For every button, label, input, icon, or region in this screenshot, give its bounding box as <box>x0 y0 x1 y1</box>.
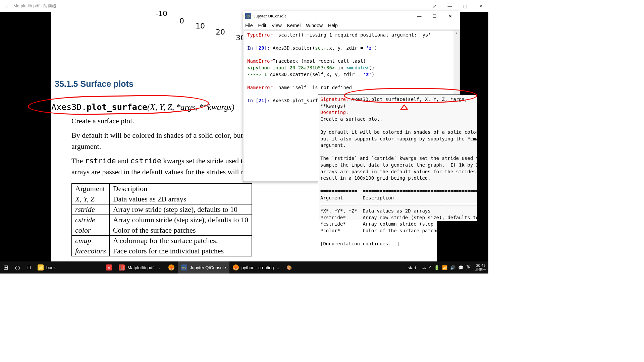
jupyter-icon: IP[y]: <box>245 13 251 19</box>
scroll-up-icon[interactable]: ▴ <box>453 31 459 36</box>
taskbar-clock[interactable]: 20:43 星期一 <box>473 263 488 272</box>
volume-icon[interactable]: 🔊 <box>450 265 455 270</box>
taskbar-item-firefox2[interactable]: 🦊python - creating … <box>229 261 283 274</box>
maximize-icon[interactable]: ▢ <box>458 0 473 12</box>
minimize-icon[interactable]: — <box>412 11 427 21</box>
taskbar-item-qtconsole[interactable]: IPyJupyter QtConsole <box>178 261 229 274</box>
axis-tick: -10 <box>155 9 167 18</box>
menu-help[interactable]: Help <box>328 23 338 28</box>
axis-tick: 0 <box>179 17 184 25</box>
docstring-body: Create a surface plot. By default it wil… <box>320 116 475 247</box>
system-tray[interactable]: ︽ ^ 🔋 📶 🔊 💬 英 <box>420 264 473 270</box>
notification-icon[interactable]: 💬 <box>458 265 464 270</box>
battery-icon[interactable]: 🔋 <box>434 265 439 270</box>
taskbar-item-vivaldi[interactable]: V <box>103 261 115 274</box>
start-button[interactable]: ⊞ <box>0 261 12 274</box>
network-icon[interactable]: 📶 <box>442 265 447 270</box>
task-view-icon[interactable]: ❐ <box>23 261 34 274</box>
taskbar-item-pdf[interactable]: 📕Matplotlib.pdf - … <box>115 261 165 274</box>
axis-tick: 20 <box>216 28 225 36</box>
menu-file[interactable]: File <box>245 23 253 28</box>
hamburger-icon[interactable]: ≡ <box>0 3 13 10</box>
signature-tooltip: Signature: Axes3D.plot_surface(self, X, … <box>318 95 478 221</box>
taskbar-item-book[interactable]: 📁book <box>34 261 59 274</box>
fullscreen-icon[interactable]: ⤢ <box>427 0 442 12</box>
cortana-icon[interactable]: ◯ <box>12 261 23 274</box>
ime-indicator[interactable]: 英 <box>466 264 471 270</box>
menu-window[interactable]: Window <box>306 23 323 28</box>
menu-view[interactable]: View <box>272 23 282 28</box>
qtconsole-title: Jupyter QtConsole <box>254 13 412 19</box>
chevron-up-icon[interactable]: ︽ <box>422 264 427 270</box>
taskbar-item-paint[interactable]: 🎨 <box>283 261 296 274</box>
taskbar-item-firefox1[interactable]: 🦊 <box>165 261 178 274</box>
reader-window-title: Matplotlib.pdf - 阅读器 <box>13 3 427 9</box>
close-icon[interactable]: ✕ <box>442 11 458 21</box>
minimize-icon[interactable]: — <box>442 0 458 12</box>
maximize-icon[interactable]: ☐ <box>427 11 442 21</box>
menubar: File Edit View Kernel Window Help <box>243 21 460 30</box>
taskbar: ⊞ ◯ ❐ 📁book V 📕Matplotlib.pdf - … 🦊 IPyJ… <box>0 261 488 274</box>
tray-chevron-icon[interactable]: ^ <box>429 265 431 270</box>
start-label[interactable]: start <box>405 261 420 274</box>
arguments-table: ArgumentDescription X, Y, ZData values a… <box>71 183 252 256</box>
menu-kernel[interactable]: Kernel <box>287 23 301 28</box>
menu-edit[interactable]: Edit <box>258 23 266 28</box>
axis-tick: 10 <box>196 22 205 30</box>
close-icon[interactable]: ✕ <box>473 0 488 12</box>
